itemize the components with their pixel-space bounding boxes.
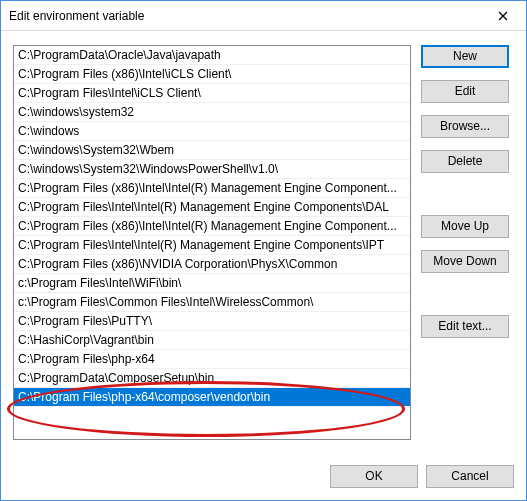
list-item[interactable]: c:\Program Files\Intel\WiFi\bin\ [14,274,410,293]
path-listbox[interactable]: C:\ProgramData\Oracle\Java\javapathC:\Pr… [13,45,411,440]
move-up-button[interactable]: Move Up [421,215,509,238]
titlebar: Edit environment variable [1,1,526,31]
main-area: C:\ProgramData\Oracle\Java\javapathC:\Pr… [13,45,514,440]
list-item[interactable]: C:\windows [14,122,410,141]
list-item[interactable]: C:\Program Files\php-x64 [14,350,410,369]
list-item[interactable]: C:\ProgramData\ComposerSetup\bin [14,369,410,388]
edit-button[interactable]: Edit [421,80,509,103]
list-item[interactable]: C:\windows\System32\WindowsPowerShell\v1… [14,160,410,179]
ok-button[interactable]: OK [330,465,418,488]
bottom-bar: OK Cancel [330,465,514,488]
list-item[interactable]: C:\Program Files\Intel\Intel(R) Manageme… [14,236,410,255]
close-button[interactable] [480,1,525,30]
list-item[interactable]: C:\ProgramData\Oracle\Java\javapath [14,46,410,65]
list-item[interactable]: C:\HashiCorp\Vagrant\bin [14,331,410,350]
list-item[interactable]: C:\Program Files (x86)\Intel\Intel(R) Ma… [14,179,410,198]
window-title: Edit environment variable [9,9,480,23]
list-item[interactable]: C:\Program Files (x86)\NVIDIA Corporatio… [14,255,410,274]
list-item[interactable]: C:\Program Files\Intel\iCLS Client\ [14,84,410,103]
list-item[interactable]: C:\Program Files (x86)\Intel\iCLS Client… [14,65,410,84]
list-item[interactable]: C:\Program Files\PuTTY\ [14,312,410,331]
close-icon [498,11,508,21]
cancel-button[interactable]: Cancel [426,465,514,488]
button-column: New Edit Browse... Delete Move Up Move D… [421,45,511,440]
list-item[interactable]: C:\Program Files\Intel\Intel(R) Manageme… [14,198,410,217]
new-button[interactable]: New [421,45,509,68]
browse-button[interactable]: Browse... [421,115,509,138]
delete-button[interactable]: Delete [421,150,509,173]
list-item[interactable]: C:\windows\System32\Wbem [14,141,410,160]
list-item[interactable]: C:\Program Files\php-x64\composer\vendor… [14,388,410,407]
dialog-content: C:\ProgramData\Oracle\Java\javapathC:\Pr… [1,31,526,500]
move-down-button[interactable]: Move Down [421,250,509,273]
list-item[interactable]: C:\windows\system32 [14,103,410,122]
list-item[interactable]: c:\Program Files\Common Files\Intel\Wire… [14,293,410,312]
list-item[interactable]: C:\Program Files (x86)\Intel\Intel(R) Ma… [14,217,410,236]
edit-text-button[interactable]: Edit text... [421,315,509,338]
